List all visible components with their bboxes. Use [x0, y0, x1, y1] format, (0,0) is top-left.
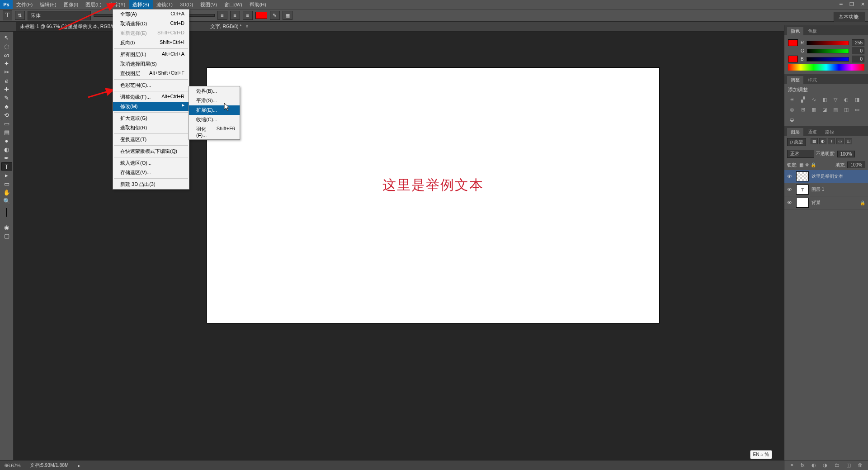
document-tab-2[interactable]: 文字, RGB/8) * × [207, 22, 252, 31]
select-all[interactable]: 全部(A)Ctrl+A [113, 9, 189, 19]
select-similar[interactable]: 选取相似(R) [113, 123, 189, 133]
tab-channels[interactable]: 通道 [804, 128, 821, 136]
menu-help[interactable]: 帮助(H) [246, 0, 270, 9]
quick-select-tool[interactable]: ✦ [1, 59, 12, 67]
modify-smooth[interactable]: 平滑(S)... [189, 96, 240, 105]
marquee-tool[interactable]: ◌ [1, 42, 12, 50]
filter-smart-icon[interactable]: ◫ [845, 138, 852, 144]
align-left-button[interactable]: ≡ [217, 11, 227, 20]
select-find-layers[interactable]: 查找图层Alt+Shift+Ctrl+F [113, 69, 189, 78]
adj-gradient-map-icon[interactable]: ▭ [853, 106, 861, 113]
tool-indicator[interactable]: T [3, 10, 12, 20]
tab-paths[interactable]: 路径 [821, 128, 838, 136]
pen-tool[interactable]: ✒ [1, 154, 12, 162]
tab-swatches[interactable]: 色板 [804, 27, 821, 35]
tab-color[interactable]: 颜色 [787, 27, 803, 35]
menu-type[interactable]: 文字(Y) [105, 0, 129, 9]
eraser-tool[interactable]: ▭ [1, 119, 12, 128]
status-arrow-icon[interactable]: ▸ [78, 463, 80, 468]
adj-levels-icon[interactable]: ▞ [799, 96, 807, 103]
close-button[interactable]: ✕ [857, 0, 868, 8]
layer-mask-icon[interactable]: ◐ [811, 462, 816, 468]
layer-thumb[interactable] [796, 198, 809, 208]
warp-text-button[interactable]: ✎ [270, 11, 280, 20]
visibility-toggle[interactable]: 👁 [787, 187, 793, 192]
select-load[interactable]: 载入选区(O)... [113, 158, 189, 168]
blend-mode-select[interactable]: 正常 [787, 150, 814, 158]
menu-layer[interactable]: 图层(L) [82, 0, 105, 9]
tab-layers[interactable]: 图层 [787, 128, 803, 136]
menu-select[interactable]: 选择(S) [129, 0, 153, 9]
adj-selective-color-icon[interactable]: ◒ [788, 116, 796, 123]
select-inverse[interactable]: 反向(I)Shift+Ctrl+I [113, 38, 189, 47]
link-layers-icon[interactable]: ⚭ [790, 462, 794, 468]
adj-posterize-icon[interactable]: ▤ [831, 106, 840, 113]
shape-tool[interactable]: ▭ [1, 180, 12, 188]
new-layer-icon[interactable]: ◫ [846, 462, 851, 468]
maximize-button[interactable]: ❐ [846, 0, 857, 8]
menu-image[interactable]: 图像(I) [60, 0, 82, 9]
character-panel-button[interactable]: ▦ [283, 11, 292, 20]
select-transform[interactable]: 变换选区(T) [113, 135, 189, 144]
b-slider[interactable] [807, 57, 849, 62]
layer-name[interactable]: 这里是举例文本 [811, 173, 865, 180]
brush-tool[interactable]: ✎ [1, 94, 12, 102]
select-save[interactable]: 存储选区(V)... [113, 168, 189, 177]
foreground-color[interactable] [6, 208, 7, 217]
adj-channel-mixer-icon[interactable]: ⊞ [799, 106, 807, 113]
zoom-level[interactable]: 66.67% [5, 463, 21, 468]
adj-brightness-icon[interactable]: ☀ [788, 96, 796, 103]
quick-mask-toggle[interactable]: ◉ [1, 223, 12, 231]
clone-tool[interactable]: ♣ [1, 102, 12, 110]
layer-row-bg[interactable]: 👁 背景 🔒 [784, 196, 868, 209]
tab-close-icon[interactable]: × [245, 24, 248, 29]
lock-pixels-icon[interactable]: ▦ [799, 162, 803, 167]
fill-value[interactable]: 100% [847, 161, 865, 168]
layer-filter-type[interactable]: p 类型 [787, 138, 806, 146]
screen-mode-toggle[interactable]: ▢ [1, 232, 12, 240]
layer-thumb-type[interactable]: T [796, 185, 809, 195]
adj-bw-icon[interactable]: ◨ [853, 96, 861, 103]
fg-swatch[interactable] [788, 39, 798, 46]
menu-filter[interactable]: 滤镜(T) [153, 0, 176, 9]
align-right-button[interactable]: ≡ [243, 11, 253, 20]
workspace-switcher[interactable]: 基本功能 [834, 12, 865, 22]
select-reselect[interactable]: 重新选择(E)Shift+Ctrl+D [113, 28, 189, 38]
select-grow[interactable]: 扩大选取(G) [113, 114, 189, 123]
filter-shape-icon[interactable]: ▭ [836, 138, 844, 144]
menu-edit[interactable]: 编辑(E) [36, 0, 60, 9]
lock-all-icon[interactable]: 🔒 [811, 162, 816, 167]
align-center-button[interactable]: ≡ [230, 11, 240, 20]
new-fill-icon[interactable]: ◑ [823, 462, 827, 468]
antialias-select[interactable] [188, 14, 215, 17]
select-deselect[interactable]: 取消选择(D)Ctrl+D [113, 19, 189, 28]
delete-layer-icon[interactable]: 🗑 [858, 462, 863, 468]
font-family-select[interactable]: 宋体 [28, 11, 91, 20]
adj-threshold-icon[interactable]: ◫ [842, 106, 850, 113]
type-tool[interactable]: T [1, 162, 12, 171]
hand-tool[interactable]: ✋ [1, 188, 12, 196]
healing-tool[interactable]: ✚ [1, 85, 12, 93]
adj-vibrance-icon[interactable]: ▽ [831, 96, 840, 103]
select-quick-mask[interactable]: 在快速蒙版模式下编辑(Q) [113, 147, 189, 156]
select-deselect-layers[interactable]: 取消选择图层(S) [113, 59, 189, 69]
adj-invert-icon[interactable]: ◪ [821, 106, 829, 113]
layer-thumb[interactable] [796, 171, 809, 181]
adj-curves-icon[interactable]: ∿ [810, 96, 818, 103]
text-orientation-toggle[interactable]: ⇅ [15, 11, 25, 20]
history-brush-tool[interactable]: ⟲ [1, 111, 12, 119]
g-slider[interactable] [807, 49, 849, 53]
path-select-tool[interactable]: ▸ [1, 171, 12, 179]
adj-color-lookup-icon[interactable]: ▦ [810, 106, 818, 113]
layer-name[interactable]: 背景 [811, 199, 857, 206]
layer-name[interactable]: 图层 1 [811, 186, 865, 193]
blur-tool[interactable]: ● [1, 137, 12, 145]
r-value[interactable]: 255 [852, 39, 864, 46]
modify-contract[interactable]: 收缩(C)... [189, 115, 240, 124]
modify-feather[interactable]: 羽化(F)...Shift+F6 [189, 124, 240, 139]
minimize-button[interactable]: ━ [835, 0, 846, 8]
select-refine-edge[interactable]: 调整边缘(F)...Alt+Ctrl+R [113, 92, 189, 102]
menu-file[interactable]: 文件(F) [13, 0, 36, 9]
spectrum-bar[interactable] [788, 64, 864, 71]
b-value[interactable]: 0 [852, 56, 864, 62]
